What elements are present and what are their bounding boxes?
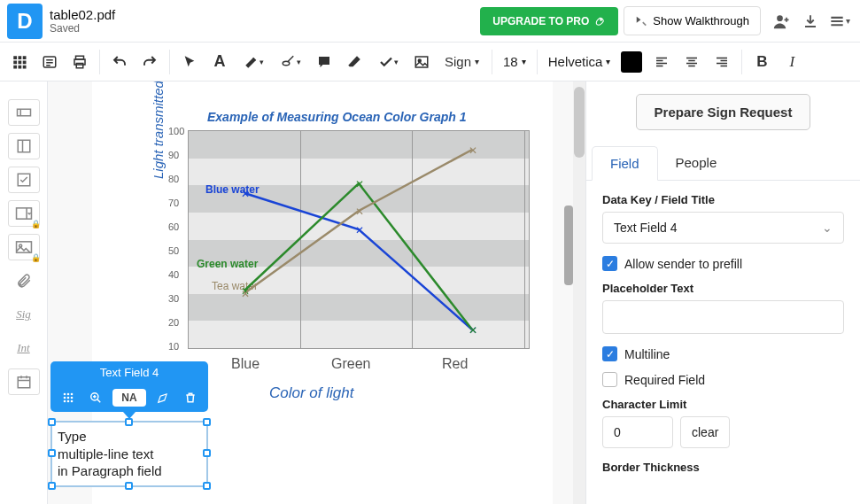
document-canvas[interactable]: Example of Measuring Ocean Color Graph 1… <box>48 81 585 504</box>
app-logo-icon: D <box>7 4 43 39</box>
placeholder-text-label: Placeholder Text <box>602 282 844 295</box>
svg-point-42 <box>71 400 74 403</box>
resize-handle[interactable] <box>48 418 56 426</box>
rocket-icon <box>594 15 606 27</box>
upgrade-pro-button[interactable]: UPGRADE TO PRO <box>480 7 618 35</box>
svg-point-36 <box>71 393 74 396</box>
font-family-dropdown[interactable]: Helvetica▾ <box>543 54 616 69</box>
rail-signature-icon[interactable]: Sig <box>8 301 40 328</box>
placeholder-text-input[interactable] <box>602 300 844 334</box>
svg-point-1 <box>777 15 783 21</box>
field-settings-icon[interactable] <box>152 387 174 408</box>
prepare-sign-request-button[interactable]: Prepare Sign Request <box>636 94 811 130</box>
scrollbar-thumb[interactable] <box>574 87 585 158</box>
highlight-tool-icon[interactable]: ▾ <box>236 48 271 76</box>
chart-y-axis-label: Light transmitted (%) <box>151 81 166 179</box>
chart-ytick: 90 <box>168 150 179 160</box>
field-sample-line: multiple-line text <box>58 446 153 461</box>
zoom-field-icon[interactable] <box>85 387 106 408</box>
rail-dropdown-field-icon[interactable]: 🔒 <box>8 200 40 227</box>
tab-people[interactable]: People <box>658 146 735 180</box>
chart-ytick: 100 <box>168 126 184 136</box>
svg-rect-24 <box>18 377 30 388</box>
border-thickness-label: Border Thickness <box>602 461 844 474</box>
delete-field-icon[interactable] <box>180 387 201 408</box>
svg-rect-7 <box>23 60 27 64</box>
image-tool-icon[interactable] <box>407 48 436 76</box>
svg-point-35 <box>67 393 70 396</box>
doc-title-block: table02.pdf Saved <box>50 7 115 35</box>
tab-field[interactable]: Field <box>592 146 658 181</box>
chart-x-axis-label: Color of light <box>269 384 353 402</box>
rail-checkbox-field-icon[interactable] <box>8 167 40 193</box>
bold-icon[interactable]: B <box>748 48 776 76</box>
color-picker[interactable] <box>617 48 646 76</box>
chart-ytick: 60 <box>168 221 179 232</box>
doc-filename: table02.pdf <box>50 7 115 22</box>
rail-date-field-icon[interactable] <box>8 368 40 395</box>
redo-icon[interactable] <box>136 48 164 76</box>
char-limit-clear-button[interactable]: clear <box>680 416 730 448</box>
whiteout-tool-icon[interactable]: ▾ <box>273 48 308 76</box>
svg-rect-6 <box>19 60 22 64</box>
download-icon[interactable] <box>796 7 825 35</box>
page-panel-icon[interactable] <box>35 48 64 76</box>
select-cursor-icon[interactable] <box>175 48 204 76</box>
left-tool-rail: 🔒 🔒 Sig Int <box>0 81 48 504</box>
drag-handle-icon[interactable] <box>58 387 79 408</box>
allow-prefill-row[interactable]: ✓ Allow sender to prefill <box>602 256 844 271</box>
print-icon[interactable] <box>66 48 94 76</box>
align-left-icon[interactable] <box>647 48 676 76</box>
char-limit-label: Character Limit <box>602 398 844 411</box>
field-sample-line: Type <box>58 429 87 444</box>
rail-text-field-icon[interactable] <box>8 99 40 126</box>
svg-rect-4 <box>23 56 27 59</box>
show-walkthrough-button[interactable]: Show Walkthrough <box>624 6 761 35</box>
menu-icon[interactable]: ▾ <box>825 7 853 35</box>
char-limit-input[interactable]: 0 <box>602 416 673 448</box>
resize-handle[interactable] <box>125 418 133 426</box>
resize-handle[interactable] <box>203 482 211 490</box>
svg-rect-18 <box>17 109 30 116</box>
align-right-icon[interactable] <box>708 48 736 76</box>
multiline-row[interactable]: ✓ Multiline <box>602 346 844 361</box>
allow-prefill-checkbox[interactable]: ✓ <box>602 256 617 271</box>
chart-lines: ✕✕✕ ✕✕✕ ✕✕✕ <box>188 130 530 349</box>
add-user-icon[interactable] <box>768 7 796 35</box>
resize-handle[interactable] <box>48 449 56 457</box>
panel-tabs: Field People <box>586 146 860 181</box>
resize-handle[interactable] <box>125 482 133 490</box>
svg-rect-2 <box>13 56 17 59</box>
text-field-widget[interactable]: Type multiple-line text in Paragraph fie… <box>50 421 208 487</box>
chart-xtick: Green <box>331 356 370 372</box>
field-assignee-badge[interactable]: NA <box>112 389 145 407</box>
panel-resize-handle[interactable] <box>564 205 573 285</box>
resize-handle[interactable] <box>203 418 211 426</box>
chevron-down-icon: ⌄ <box>822 221 833 235</box>
data-key-select[interactable]: Text Field 4 ⌄ <box>602 212 844 244</box>
required-checkbox[interactable] <box>602 372 617 387</box>
grid-view-icon[interactable] <box>5 48 34 76</box>
resize-handle[interactable] <box>203 449 211 457</box>
comment-tool-icon[interactable] <box>310 48 338 76</box>
multiline-checkbox[interactable]: ✓ <box>602 346 617 361</box>
rail-image-field-icon[interactable]: 🔒 <box>8 234 40 260</box>
rail-initials-icon[interactable]: Int <box>8 335 40 361</box>
check-tool-icon[interactable]: ▾ <box>370 48 406 76</box>
required-row[interactable]: Required Field <box>602 372 844 387</box>
chart-ytick: 40 <box>168 269 179 280</box>
font-size-dropdown[interactable]: 18▾ <box>498 54 531 69</box>
resize-handle[interactable] <box>48 482 56 490</box>
align-center-icon[interactable] <box>678 48 706 76</box>
eraser-tool-icon[interactable] <box>340 48 368 76</box>
rail-paragraph-field-icon[interactable] <box>8 133 40 159</box>
svg-rect-10 <box>23 65 27 68</box>
sign-tool-dropdown[interactable]: Sign▾ <box>438 54 486 69</box>
chart-ytick: 50 <box>168 245 179 256</box>
svg-rect-8 <box>13 65 17 68</box>
rail-attach-icon[interactable] <box>8 268 40 294</box>
undo-icon[interactable] <box>105 48 134 76</box>
vertical-scrollbar[interactable] <box>573 81 585 504</box>
text-tool-icon[interactable]: A <box>205 48 234 76</box>
italic-icon[interactable]: I <box>778 48 806 76</box>
